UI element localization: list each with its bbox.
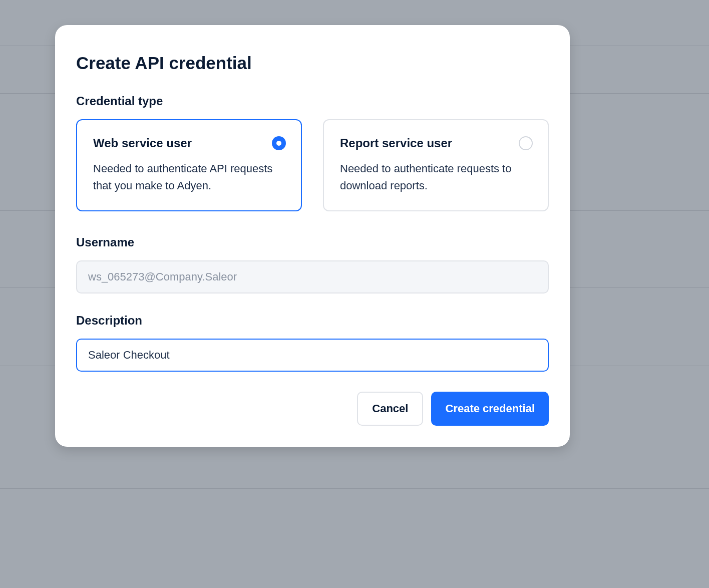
option-title: Web service user <box>93 136 285 150</box>
description-field-group: Description <box>76 314 549 372</box>
credential-type-label: Credential type <box>76 94 549 108</box>
option-description: Needed to authenticate requests to downl… <box>340 160 532 194</box>
create-credential-button[interactable]: Create credential <box>431 392 549 426</box>
modal-actions: Cancel Create credential <box>76 392 549 426</box>
create-api-credential-modal: Create API credential Credential type We… <box>55 25 570 447</box>
credential-type-report-service[interactable]: Report service user Needed to authentica… <box>323 119 549 211</box>
credential-type-options: Web service user Needed to authenticate … <box>76 119 549 211</box>
cancel-button[interactable]: Cancel <box>357 392 423 426</box>
username-input <box>76 260 549 293</box>
option-title: Report service user <box>340 136 532 150</box>
description-input[interactable] <box>76 339 549 372</box>
username-field-group: Username <box>76 235 549 293</box>
credential-type-web-service[interactable]: Web service user Needed to authenticate … <box>76 119 302 211</box>
option-description: Needed to authenticate API requests that… <box>93 160 285 194</box>
radio-selected-icon <box>272 136 286 150</box>
radio-unselected-icon <box>519 136 533 150</box>
description-label: Description <box>76 314 549 328</box>
modal-title: Create API credential <box>76 53 549 73</box>
username-label: Username <box>76 235 549 249</box>
bg-divider <box>0 488 709 489</box>
